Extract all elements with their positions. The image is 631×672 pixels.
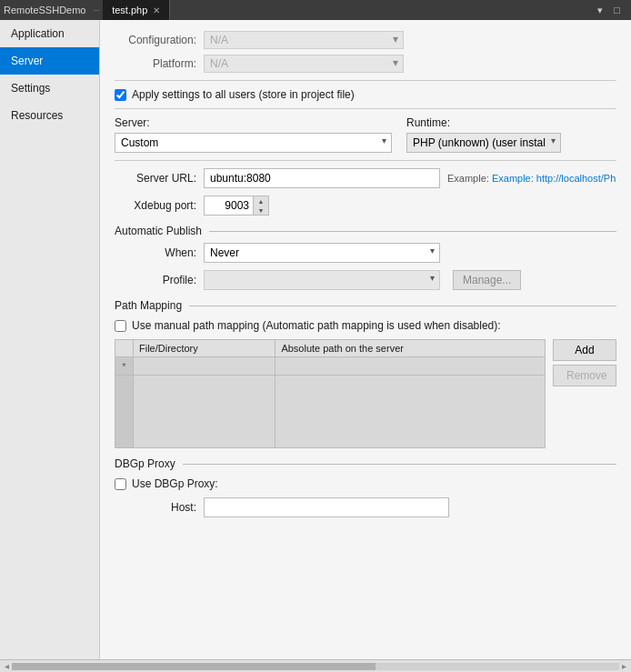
manage-button[interactable]: Manage... (453, 270, 521, 290)
table-row: * (115, 357, 546, 376)
automatic-publish-title: Automatic Publish (115, 225, 202, 237)
dbgp-checkbox-row: Use DBGp Proxy: (115, 477, 616, 490)
runtime-group: Runtime: PHP (unknown) (user instal (406, 116, 561, 153)
sidebar: Application Server Settings Resources (0, 20, 100, 659)
platform-select[interactable]: N/A (204, 55, 404, 73)
app-title: RemoteSSHDemo (4, 5, 93, 15)
when-label: When: (115, 246, 196, 259)
path-table-head: File/Directory Absolute path on the serv… (115, 340, 546, 357)
example-link: Example: http://localhost/Ph (492, 173, 616, 184)
profile-select[interactable] (204, 270, 440, 290)
runtime-select[interactable]: PHP (unknown) (user instal (406, 133, 561, 153)
when-select[interactable]: Never (204, 243, 440, 263)
col-path-header: Absolute path on the server (275, 340, 546, 357)
server-dropdown-wrapper: Custom (115, 133, 392, 153)
table-cell-empty-path (275, 376, 546, 448)
tab-label: test.php (112, 5, 147, 15)
sidebar-item-settings[interactable]: Settings (0, 75, 99, 102)
add-button[interactable]: Add (553, 339, 616, 361)
path-mapping-container: File/Directory Absolute path on the serv… (115, 339, 616, 448)
host-row: Host: (115, 497, 616, 517)
server-group: Server: Custom (115, 116, 392, 153)
divider-2 (115, 108, 616, 109)
xdebug-port-row: Xdebug port: ▲ ▼ (115, 196, 616, 216)
content-area: Configuration: N/A Platform: N/A Apply s… (100, 20, 631, 659)
scrollbar-right-arrow[interactable]: ▸ (619, 661, 629, 671)
platform-row: Platform: N/A (115, 55, 616, 73)
platform-label: Platform: (115, 57, 196, 70)
when-row: When: Never (115, 243, 616, 263)
title-bar: RemoteSSHDemo – test.php ✕ ▾ □ (0, 0, 631, 20)
host-label: Host: (115, 501, 196, 514)
tab-test-php[interactable]: test.php ✕ (103, 0, 170, 20)
scrollbar-area: ◂ ▸ (0, 659, 631, 672)
maximize-icon[interactable]: □ (610, 5, 624, 15)
path-table: File/Directory Absolute path on the serv… (115, 339, 546, 448)
apply-checkbox-label: Apply settings to all users (store in pr… (132, 88, 355, 101)
automatic-publish-header: Automatic Publish (115, 225, 616, 237)
sidebar-item-application[interactable]: Application (0, 20, 99, 47)
path-mapping-header: Path Mapping (115, 299, 616, 312)
profile-row: Profile: Manage... (115, 270, 616, 290)
dbgp-proxy-header: DBGp Proxy (115, 457, 616, 470)
xdebug-port-label: Xdebug port: (115, 199, 196, 212)
example-text: Example: Example: http://localhost/Ph (447, 173, 616, 184)
table-cell-empty-file (134, 376, 275, 448)
main-layout: Application Server Settings Resources Co… (0, 20, 631, 659)
dropdown-arrow-icon[interactable]: ▾ (594, 5, 606, 16)
server-group-label: Server: (115, 116, 392, 129)
sidebar-item-resources[interactable]: Resources (0, 102, 99, 129)
path-mapping-line (189, 306, 616, 306)
configuration-label: Configuration: (115, 34, 196, 46)
path-button-group: Add Remove (553, 339, 616, 386)
profile-label: Profile: (115, 274, 196, 286)
dbgp-proxy-title: DBGp Proxy (115, 457, 175, 470)
spinner-up-button[interactable]: ▲ (254, 196, 268, 206)
divider-3 (115, 160, 616, 161)
automatic-publish-line (209, 231, 616, 232)
tab-separator: – (93, 4, 103, 16)
configuration-select[interactable]: N/A (204, 31, 404, 49)
col-file-header: File/Directory (134, 340, 275, 357)
spinner-down-button[interactable]: ▼ (254, 206, 268, 215)
path-table-header-row: File/Directory Absolute path on the serv… (115, 340, 546, 357)
server-runtime-row: Server: Custom Runtime: PHP (unknown) (u… (115, 116, 616, 153)
tab-close-icon[interactable]: ✕ (153, 5, 160, 15)
col-star-header (115, 340, 134, 357)
profile-dropdown-wrapper (204, 270, 440, 290)
remove-button[interactable]: Remove (553, 365, 616, 386)
tab-bar: test.php ✕ (103, 0, 170, 20)
runtime-group-label: Runtime: (406, 116, 561, 129)
sidebar-item-server[interactable]: Server (0, 47, 99, 75)
table-row-empty-1 (115, 376, 546, 448)
dbgp-proxy-line (183, 464, 616, 465)
scrollbar-track[interactable] (12, 663, 619, 670)
table-cell-star: * (115, 357, 134, 376)
table-cell-empty-star (115, 376, 134, 448)
configuration-row: Configuration: N/A (115, 31, 616, 49)
scrollbar-left-arrow[interactable]: ◂ (2, 661, 12, 671)
server-select[interactable]: Custom (115, 133, 392, 153)
scrollbar-thumb[interactable] (12, 663, 376, 670)
when-dropdown-wrapper: Never (204, 243, 440, 263)
server-url-row: Server URL: Example: Example: http://loc… (115, 168, 616, 188)
apply-checkbox-row: Apply settings to all users (store in pr… (115, 88, 616, 101)
server-url-input[interactable] (204, 168, 440, 188)
table-cell-file (134, 357, 275, 376)
configuration-select-wrapper: N/A (204, 31, 404, 49)
host-input[interactable] (204, 497, 449, 517)
tab-actions: ▾ □ (594, 5, 627, 16)
platform-select-wrapper: N/A (204, 55, 404, 73)
xdebug-port-spinner: ▲ ▼ (204, 196, 269, 216)
path-mapping-title: Path Mapping (115, 299, 182, 312)
table-cell-path (275, 357, 546, 376)
manual-path-checkbox[interactable] (115, 320, 126, 332)
manual-path-label: Use manual path mapping (Automatic path … (132, 319, 501, 332)
xdebug-port-input[interactable] (204, 196, 254, 216)
divider-1 (115, 80, 616, 81)
dbgp-checkbox-label: Use DBGp Proxy: (132, 477, 218, 490)
apply-checkbox[interactable] (115, 89, 126, 101)
manual-path-checkbox-row: Use manual path mapping (Automatic path … (115, 319, 616, 332)
dbgp-checkbox[interactable] (115, 478, 126, 490)
path-table-container: File/Directory Absolute path on the serv… (115, 339, 546, 448)
